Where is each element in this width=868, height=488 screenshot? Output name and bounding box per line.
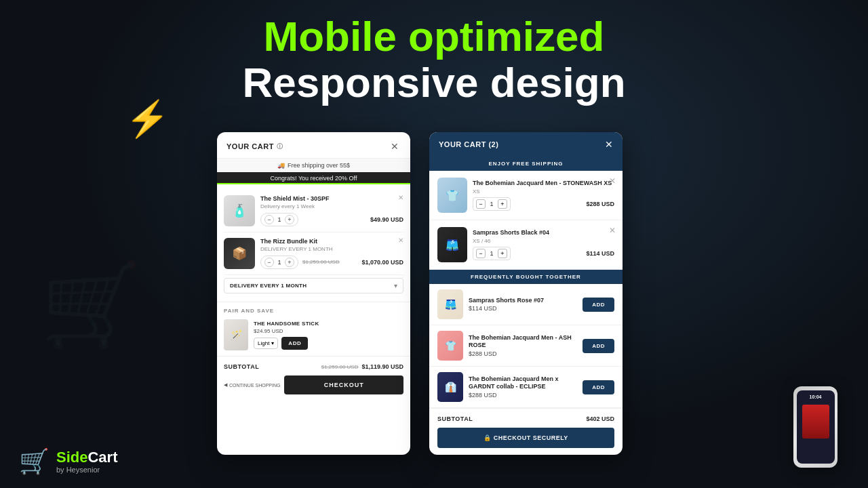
fbt-add-button-3[interactable]: ADD (583, 380, 614, 394)
hero-line1: Mobile optimized (0, 14, 868, 60)
qty-minus-2[interactable]: − (264, 258, 274, 267)
checkout-button-light[interactable]: CHECKOUT (284, 375, 403, 394)
cart-footer-light: SUBTOTAL $1,259.00 USD $1,119.90 USD ◀ C… (217, 356, 410, 401)
delivery-select[interactable]: DELIVERY EVERY 1 MONTH ▾ (224, 278, 403, 293)
phone-time: 10:04 (810, 394, 822, 399)
dark-cart-items: 👕 The Bohemian Jacquard Men - STONEWASH … (429, 171, 623, 270)
delivery-chevron-icon: ▾ (394, 282, 397, 289)
ghost-cart-icon: 🛒 (41, 258, 142, 353)
item-details-2: The Rizz Bundle Kit DELIVERY EVERY 1 MON… (260, 238, 403, 269)
dark-item-details-2: Sampras Shorts Black #04 XS / 46 − 1 + $… (473, 229, 614, 260)
qty-ctrl-2: − 1 + (260, 256, 298, 269)
chevron-left-icon: ◀ (224, 382, 227, 388)
pair-img: 🪄 (224, 319, 248, 350)
lightning-icon: ⚡ (125, 98, 170, 140)
dark-item-details-1: The Bohemian Jacquard Men - STONEWASH XS… (473, 180, 614, 211)
dark-item-remove-2[interactable]: ✕ (609, 226, 616, 235)
cart-title-light: YOUR CART ⓘ (226, 142, 283, 151)
pair-select-chevron-icon: ▾ (271, 340, 274, 346)
continue-shopping-button[interactable]: ◀ CONTINUE SHOPPING (224, 382, 280, 388)
item-remove-2[interactable]: ✕ (398, 237, 403, 244)
fbt-item-3: 👔 The Bohemian Jacquard Men x GARDNT col… (429, 367, 623, 408)
phone-screen: 10:04 (797, 390, 835, 464)
dark-item-img-shirt: 👕 (437, 178, 467, 213)
cart-panel-light: YOUR CART ⓘ ✕ 🚚 Free shipping over 55$ C… (217, 132, 410, 455)
congrats-bar: Congrats! You received 20% Off (217, 172, 410, 184)
pair-variant-select[interactable]: Light ▾ (254, 338, 278, 349)
sidecart-logo-icon: 🛒 (19, 447, 50, 476)
fbt-img-shirt-dark: 👔 (437, 372, 463, 402)
fbt-items: 🩳 Sampras Shorts Rose #07 $114 USD ADD 👕… (429, 284, 623, 408)
qty-minus-1[interactable]: − (264, 215, 274, 224)
qty-plus-2[interactable]: + (285, 258, 294, 267)
item-img-bundle: 📦 (224, 238, 255, 269)
dark-cart-item-1: 👕 The Bohemian Jacquard Men - STONEWASH … (429, 171, 623, 220)
fbt-add-button-2[interactable]: ADD (583, 339, 614, 353)
checkout-secure-button[interactable]: 🔒 CHECKOUT SECURELY (437, 428, 614, 448)
cart-close-dark[interactable]: ✕ (605, 139, 613, 150)
pair-item: 🪄 THE HANDSOME STICK $24.95 USD Light ▾ … (224, 319, 403, 350)
branding-text: SideCart by Heysenior (56, 449, 117, 474)
dark-qty-minus-1[interactable]: − (476, 199, 486, 209)
dark-item-remove-1[interactable]: ✕ (609, 176, 616, 186)
item-qty-price-2: − 1 + $1,259.00 USD $1,070.00 USD (260, 256, 403, 269)
cart-close-light[interactable]: ✕ (389, 140, 401, 152)
cart-panel-dark: YOUR CART (2) ✕ ENJOY FREE SHIPPING 👕 Th… (429, 132, 623, 455)
fbt-item-1: 🩳 Sampras Shorts Rose #07 $114 USD ADD (429, 284, 623, 325)
fbt-item-2: 👕 The Bohemian Jacquard Men - ASH ROSE $… (429, 325, 623, 367)
fbt-details-2: The Bohemian Jacquard Men - ASH ROSE $28… (469, 334, 577, 357)
fbt-details-1: Sampras Shorts Rose #07 $114 USD (469, 297, 577, 312)
subtotal-row-light: SUBTOTAL $1,259.00 USD $1,119.90 USD (224, 363, 403, 370)
phone-red-content (802, 405, 829, 439)
cart-item-1: 🧴 The Shield Mist - 30SPF Delivery every… (224, 190, 403, 232)
dark-qty-price-2: − 1 + $114 USD (473, 247, 614, 260)
fbt-details-3: The Bohemian Jacquard Men x GARDNT colla… (469, 375, 577, 399)
cart-item-2: 📦 The Rizz Bundle Kit DELIVERY EVERY 1 M… (224, 232, 403, 275)
dark-qty-minus-2[interactable]: − (476, 249, 486, 258)
free-shipping-bar-light: 🚚 Free shipping over 55$ (217, 159, 410, 172)
item-remove-1[interactable]: ✕ (398, 194, 403, 201)
pair-save-section: PAIR AND SAVE 🪄 THE HANDSOME STICK $24.9… (217, 302, 410, 356)
item-details-1: The Shield Mist - 30SPF Delivery every 1… (260, 195, 403, 226)
item-img-shield: 🧴 (224, 195, 255, 226)
pair-details: THE HANDSOME STICK $24.95 USD Light ▾ AD… (254, 321, 403, 350)
dark-qty-ctrl-2: − 1 + (473, 247, 511, 260)
cart-header-light: YOUR CART ⓘ ✕ (217, 132, 410, 159)
fbt-img-shirt-pink: 👕 (437, 331, 463, 361)
fbt-header: FREQUENTLY BOUGHT TOGETHER (429, 270, 623, 284)
footer-buttons-light: ◀ CONTINUE SHOPPING CHECKOUT (224, 375, 403, 394)
qty-plus-1[interactable]: + (285, 215, 294, 224)
cart-items-light: 🧴 The Shield Mist - 30SPF Delivery every… (217, 184, 410, 302)
dark-cart-item-2: 🩳 Sampras Shorts Black #04 XS / 46 − 1 +… (429, 220, 623, 270)
free-shipping-dark: ENJOY FREE SHIPPING (429, 157, 623, 171)
dark-qty-price-1: − 1 + $288 USD (473, 197, 614, 211)
fbt-add-button-1[interactable]: ADD (583, 298, 614, 312)
panels-container: YOUR CART ⓘ ✕ 🚚 Free shipping over 55$ C… (217, 132, 800, 455)
cart-footer-dark: SUBTOTAL $402 USD 🔒 CHECKOUT SECURELY (429, 408, 623, 455)
branding: 🛒 SideCart by Heysenior (19, 447, 117, 476)
dark-item-img-shorts: 🩳 (437, 227, 467, 262)
hero-section: Mobile optimized Responsive design (0, 14, 868, 106)
dark-subtotal-row: SUBTOTAL $402 USD (437, 415, 614, 422)
fbt-img-shorts-rose: 🩳 (437, 289, 463, 319)
dark-qty-plus-2[interactable]: + (498, 249, 507, 258)
dark-qty-plus-1[interactable]: + (498, 199, 507, 209)
dark-qty-ctrl-1: − 1 + (473, 197, 511, 211)
qty-ctrl-1: − 1 + (260, 213, 298, 226)
cart-header-dark: YOUR CART (2) ✕ (429, 132, 623, 157)
pair-add-button[interactable]: ADD (281, 337, 308, 350)
subtotal-prices: $1,259.00 USD $1,119.90 USD (321, 363, 403, 370)
progress-bar (217, 183, 410, 184)
item-qty-price-1: − 1 + $49.90 USD (260, 213, 403, 226)
